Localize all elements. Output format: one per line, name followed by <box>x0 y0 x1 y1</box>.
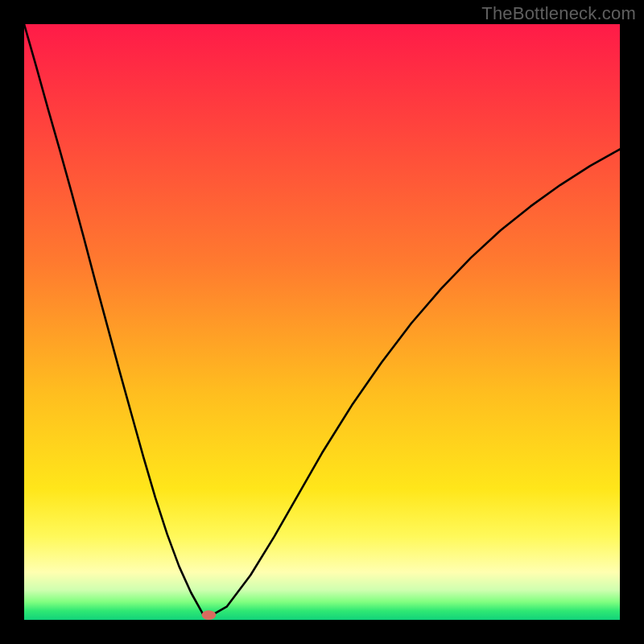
outer-frame: TheBottleneck.com <box>0 0 644 644</box>
plot-area <box>24 24 620 620</box>
minimum-marker <box>202 610 217 620</box>
bottleneck-curve <box>24 24 620 620</box>
watermark-text: TheBottleneck.com <box>481 3 636 24</box>
curve-line <box>24 24 620 617</box>
